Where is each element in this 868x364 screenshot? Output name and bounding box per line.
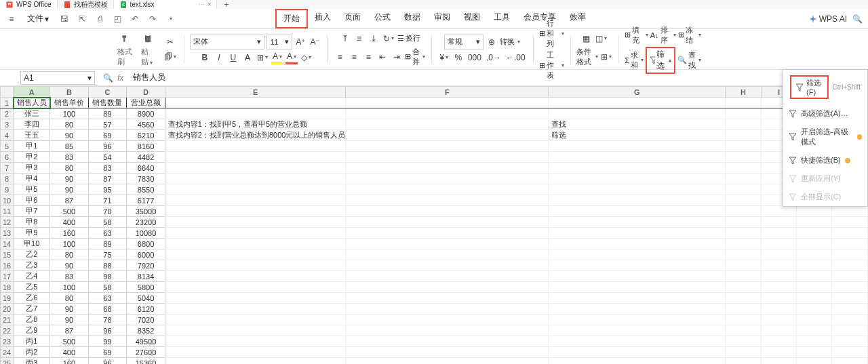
close-tab-icon[interactable]: × <box>208 1 212 8</box>
cell[interactable]: 乙6 <box>14 293 50 304</box>
filter-menu-quick[interactable]: 快捷筛选(B) <box>783 151 867 169</box>
cell[interactable] <box>761 293 796 304</box>
print-preview-icon[interactable]: ◰ <box>111 13 123 25</box>
format-table-icon[interactable]: ⊞ <box>600 50 612 64</box>
cell[interactable] <box>726 119 762 130</box>
sort-button[interactable]: A↓ 排序 <box>650 25 676 45</box>
wps-ai-button[interactable]: WPS AI <box>809 14 847 24</box>
cell[interactable] <box>726 239 762 249</box>
cell[interactable]: 71 <box>88 195 127 206</box>
underline-icon[interactable]: U <box>227 51 239 64</box>
more-quick-access[interactable] <box>164 13 176 25</box>
cell[interactable] <box>761 206 796 217</box>
cell[interactable] <box>549 282 726 293</box>
cell[interactable]: 甲2 <box>14 152 50 163</box>
cell[interactable] <box>346 282 549 293</box>
cell[interactable] <box>346 228 549 239</box>
cell[interactable]: 96 <box>88 325 127 336</box>
row-header[interactable]: 23 <box>1 336 14 347</box>
row-header[interactable]: 17 <box>1 271 14 282</box>
col-header[interactable]: F <box>346 87 549 98</box>
cell[interactable]: 乙5 <box>14 282 50 293</box>
cell[interactable] <box>796 336 831 347</box>
cell[interactable]: 甲5 <box>14 184 50 195</box>
cell[interactable] <box>165 98 346 108</box>
print-icon[interactable]: ⎙ <box>94 13 106 25</box>
cell[interactable] <box>726 304 762 315</box>
cell[interactable]: 89 <box>88 108 127 119</box>
cell[interactable]: 甲4 <box>14 174 50 184</box>
cell[interactable]: 7020 <box>127 315 165 325</box>
cell[interactable]: 80 <box>50 119 89 130</box>
cell[interactable] <box>549 163 726 174</box>
col-header[interactable]: G <box>549 87 726 98</box>
convert-button[interactable]: 转换 <box>500 37 520 47</box>
save-icon[interactable]: 🖫 <box>58 13 71 25</box>
row-header[interactable]: 6 <box>1 152 14 163</box>
tab-tools[interactable]: 工具 <box>487 9 517 28</box>
cell[interactable] <box>549 217 726 228</box>
cell[interactable]: 张三 <box>14 108 50 119</box>
strikethrough-icon[interactable]: A̶ <box>241 51 254 64</box>
row-header[interactable]: 9 <box>1 184 14 195</box>
cell[interactable] <box>726 141 762 152</box>
cell[interactable] <box>549 174 726 184</box>
cell[interactable]: 400 <box>50 347 89 358</box>
file-menu[interactable]: 文件▾ <box>23 13 53 24</box>
cell[interactable]: 丙3 <box>14 358 50 365</box>
cell[interactable] <box>549 347 726 358</box>
cell[interactable] <box>165 152 346 163</box>
row-header[interactable]: 22 <box>1 325 14 336</box>
filter-button[interactable]: 筛选 ▴ <box>646 47 675 74</box>
cell[interactable] <box>796 325 831 336</box>
cell[interactable]: 90 <box>50 174 89 184</box>
increment-icon[interactable]: ⊕ <box>486 35 498 49</box>
percent-icon[interactable]: % <box>452 51 465 64</box>
cell[interactable] <box>796 260 831 271</box>
cell[interactable]: 甲3 <box>14 163 50 174</box>
cell[interactable] <box>549 358 726 365</box>
cell[interactable] <box>832 315 868 325</box>
select-all-corner[interactable] <box>1 87 14 98</box>
cell[interactable]: 78 <box>88 315 127 325</box>
cell[interactable] <box>726 108 762 119</box>
cell[interactable] <box>346 163 549 174</box>
cell[interactable]: 160 <box>50 358 89 365</box>
increase-font-icon[interactable]: A⁺ <box>294 35 307 49</box>
cell[interactable]: 70 <box>88 206 127 217</box>
cell[interactable] <box>796 249 831 260</box>
cell[interactable] <box>165 336 346 347</box>
decrease-font-icon[interactable]: A⁻ <box>309 35 321 49</box>
cell[interactable]: 58 <box>88 217 127 228</box>
cell[interactable] <box>726 152 762 163</box>
bold-icon[interactable]: B <box>199 51 211 64</box>
cell[interactable] <box>726 271 762 282</box>
export-icon[interactable]: ⇱ <box>76 13 88 25</box>
cell[interactable] <box>796 271 831 282</box>
cell[interactable] <box>796 358 831 365</box>
cell[interactable]: 丙1 <box>14 336 50 347</box>
cell[interactable]: 49500 <box>127 336 165 347</box>
cell[interactable]: 营业总额 <box>127 98 165 108</box>
cell[interactable] <box>796 347 831 358</box>
cell[interactable] <box>549 271 726 282</box>
tab-formula[interactable]: 公式 <box>368 9 397 28</box>
cell[interactable]: 8550 <box>127 184 165 195</box>
cell[interactable]: 查找 <box>549 119 726 130</box>
cell[interactable]: 乙7 <box>14 304 50 315</box>
row-header[interactable]: 19 <box>1 293 14 304</box>
col-header[interactable]: C <box>88 87 127 98</box>
cell[interactable] <box>726 336 762 347</box>
align-bottom-icon[interactable]: ⤓ <box>368 32 380 45</box>
cell[interactable]: 6177 <box>127 195 165 206</box>
cell[interactable] <box>549 249 726 260</box>
cell[interactable]: 85 <box>50 141 89 152</box>
cell[interactable] <box>761 260 796 271</box>
cell[interactable] <box>346 358 549 365</box>
cell[interactable] <box>832 325 868 336</box>
cell[interactable] <box>726 315 762 325</box>
cell[interactable]: 销售单价 <box>50 98 89 108</box>
cell[interactable]: 8900 <box>127 108 165 119</box>
cell[interactable] <box>346 184 549 195</box>
row-header[interactable]: 10 <box>1 195 14 206</box>
